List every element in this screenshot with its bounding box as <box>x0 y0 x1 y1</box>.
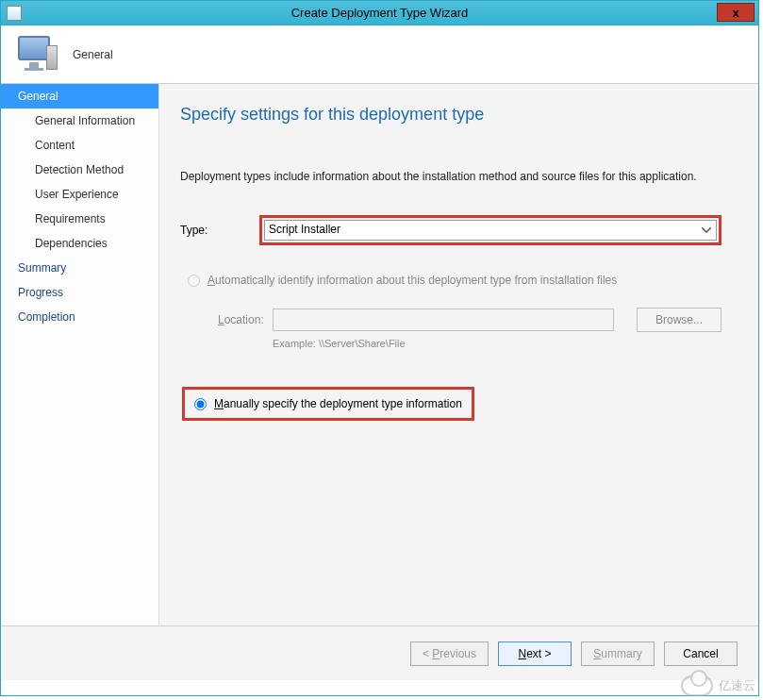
example-text: Example: \\Server\Share\File <box>180 338 732 349</box>
type-highlight-box: Script Installer <box>259 215 722 245</box>
description-text: Deployment types include information abo… <box>180 170 732 183</box>
header-section-label: General <box>73 48 113 61</box>
nav-user-experience[interactable]: User Experience <box>1 182 158 207</box>
nav-content[interactable]: Content <box>1 133 158 158</box>
header-band: General <box>1 25 758 84</box>
watermark: 亿速云 <box>681 675 755 696</box>
content-panel: Specify settings for this deployment typ… <box>159 84 758 625</box>
computer-icon <box>18 36 58 74</box>
location-input <box>273 308 614 331</box>
nav-detection-method[interactable]: Detection Method <box>1 158 158 182</box>
auto-radio-row: Automatically identify information about… <box>180 274 732 287</box>
page-heading: Specify settings for this deployment typ… <box>180 105 732 125</box>
previous-button: < Previous <box>410 642 489 666</box>
footer-bar: < Previous Next > Summary Cancel <box>1 625 758 680</box>
type-label: Type: <box>180 224 259 237</box>
watermark-text: 亿速云 <box>719 677 755 694</box>
cancel-button[interactable]: Cancel <box>664 642 738 666</box>
wizard-window: Create Deployment Type Wizard x General … <box>0 0 759 696</box>
type-value: Script Installer <box>263 219 346 240</box>
nav-requirements[interactable]: Requirements <box>1 207 158 231</box>
nav-summary[interactable]: Summary <box>1 256 158 280</box>
titlebar: Create Deployment Type Wizard x <box>1 1 758 25</box>
nav-completion[interactable]: Completion <box>1 305 158 329</box>
manual-radio-label[interactable]: Manually specify the deployment type inf… <box>214 397 462 410</box>
type-dropdown[interactable]: Script Installer <box>264 220 717 241</box>
summary-button: Summary <box>581 642 655 666</box>
app-icon <box>7 6 22 21</box>
sidebar: General General Information Content Dete… <box>1 84 159 625</box>
nav-dependencies[interactable]: Dependencies <box>1 231 158 256</box>
manual-radio[interactable] <box>194 398 207 410</box>
chevron-down-icon <box>699 223 714 238</box>
body-area: General General Information Content Dete… <box>1 84 758 625</box>
location-label: Location: <box>218 313 273 326</box>
next-button[interactable]: Next > <box>498 642 572 666</box>
nav-general-information[interactable]: General Information <box>1 108 158 133</box>
auto-radio <box>188 275 200 287</box>
close-button[interactable]: x <box>717 3 755 22</box>
window-title: Create Deployment Type Wizard <box>291 6 469 20</box>
auto-radio-label: Automatically identify information about… <box>207 274 617 287</box>
nav-general[interactable]: General <box>1 84 158 108</box>
browse-button: Browse... <box>637 308 722 332</box>
location-row: Location: Browse... <box>180 308 732 332</box>
cloud-icon <box>681 675 713 696</box>
type-row: Type: Script Installer <box>180 215 732 245</box>
manual-highlight-box: Manually specify the deployment type inf… <box>182 387 474 421</box>
nav-progress[interactable]: Progress <box>1 280 158 305</box>
